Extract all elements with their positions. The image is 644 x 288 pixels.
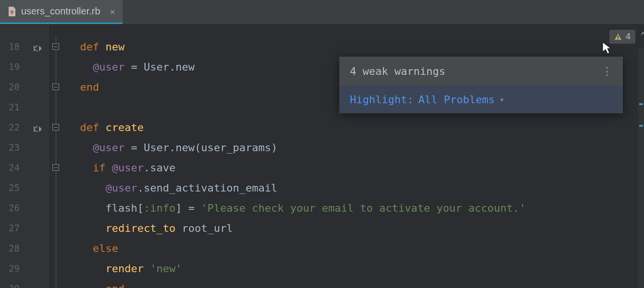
gutter-line-19[interactable]: 19 bbox=[0, 57, 48, 77]
code-line: def create bbox=[62, 117, 644, 137]
gutter-line-28[interactable]: 28 bbox=[0, 238, 48, 258]
stripe-mark-info[interactable] bbox=[639, 125, 643, 127]
gutter-line-27[interactable]: 27 bbox=[0, 218, 48, 238]
gutter-line-30[interactable]: 30 bbox=[0, 278, 48, 288]
code-line: @user.send_activation_email bbox=[62, 178, 644, 198]
highlight-row[interactable]: Highlight: All Problems ▾ bbox=[339, 86, 623, 113]
file-tab[interactable]: users_controller.rb ✕ bbox=[0, 0, 123, 24]
gutter-line-23[interactable]: 23 bbox=[0, 137, 48, 157]
highlight-label: Highlight: bbox=[350, 94, 413, 106]
code-line: end bbox=[62, 278, 644, 288]
popup-header: 4 weak warnings ⋮ bbox=[339, 57, 623, 86]
chevron-up-icon[interactable]: ⌃ bbox=[640, 30, 644, 41]
implement-method-icon[interactable] bbox=[34, 43, 41, 50]
code-line: render 'new' bbox=[62, 258, 644, 278]
code-line: redirect_to root_url bbox=[62, 218, 644, 238]
code-line: def new bbox=[62, 36, 644, 57]
svg-rect-1 bbox=[618, 38, 619, 39]
tab-bar: users_controller.rb ✕ bbox=[0, 0, 644, 24]
chevron-down-icon: ▾ bbox=[499, 95, 504, 104]
ruby-file-icon bbox=[8, 7, 16, 16]
gutter-line-18[interactable]: 18 bbox=[0, 36, 48, 57]
code-line: if @user.save bbox=[62, 157, 644, 178]
gutter-line-20[interactable]: 20 bbox=[0, 77, 48, 97]
more-vert-icon[interactable]: ⋮ bbox=[602, 65, 612, 77]
highlight-value: All Problems bbox=[418, 94, 495, 106]
gutter-line-29[interactable]: 29 bbox=[0, 258, 48, 278]
fold-gutter bbox=[48, 24, 62, 288]
fold-marker[interactable] bbox=[52, 164, 59, 171]
gutter-line-25[interactable]: 25 bbox=[0, 178, 48, 198]
close-icon[interactable]: ✕ bbox=[110, 6, 115, 16]
gutter-line-26[interactable]: 26 bbox=[0, 198, 48, 218]
warning-icon bbox=[614, 33, 622, 41]
file-tab-label: users_controller.rb bbox=[21, 6, 100, 17]
gutter-line-21[interactable]: 21 bbox=[0, 97, 48, 117]
error-stripe bbox=[638, 48, 644, 288]
fold-marker[interactable] bbox=[52, 84, 59, 90]
fold-marker[interactable] bbox=[52, 43, 59, 50]
gutter-line-24[interactable]: 24 bbox=[0, 157, 48, 178]
stripe-mark-info[interactable] bbox=[639, 103, 643, 105]
implement-method-icon[interactable] bbox=[34, 124, 41, 131]
fold-marker[interactable] bbox=[52, 124, 59, 131]
popup-title: 4 weak warnings bbox=[350, 65, 446, 77]
inspections-popup: 4 weak warnings ⋮ Highlight: All Problem… bbox=[339, 57, 623, 113]
inspection-count: 4 bbox=[626, 32, 631, 42]
inspection-nav: ⌃ bbox=[640, 30, 644, 41]
gutter: 18 19 20 21 22 23 24 25 26 27 28 29 30 bbox=[0, 24, 48, 288]
svg-rect-0 bbox=[618, 36, 619, 38]
mouse-cursor-icon bbox=[602, 41, 612, 57]
inspection-widget[interactable]: 4 bbox=[609, 30, 635, 44]
code-line: @user = User.new(user_params) bbox=[62, 137, 644, 157]
code-line: else bbox=[62, 238, 644, 258]
gutter-line-22[interactable]: 22 bbox=[0, 117, 48, 137]
code-line: flash[:info] = 'Please check your email … bbox=[62, 198, 644, 218]
